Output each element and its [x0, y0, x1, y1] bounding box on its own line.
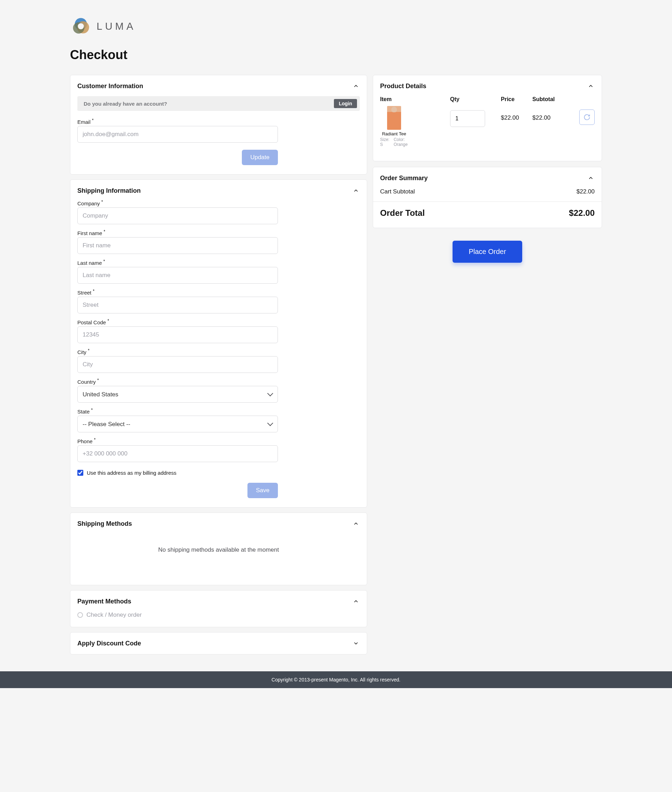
country-label: Country * [77, 378, 278, 385]
cart-subtotal-label: Cart Subtotal [380, 188, 415, 195]
item-price: $22.00 [501, 106, 532, 121]
product-color: Color: Orange [394, 137, 408, 147]
order-total-label: Order Total [380, 208, 425, 218]
chevron-up-icon[interactable] [352, 520, 360, 527]
chevron-up-icon[interactable] [587, 174, 595, 182]
product-size: Size: S [380, 137, 390, 147]
col-qty: Qty [450, 96, 501, 102]
discount-panel: Apply Discount Code [70, 632, 367, 655]
divider [373, 201, 602, 202]
product-details-title: Product Details [380, 83, 426, 90]
first-name-label: First name * [77, 229, 278, 236]
order-total-value: $22.00 [569, 208, 595, 218]
col-item: Item [380, 96, 450, 102]
col-price: Price [501, 96, 532, 102]
payment-methods-title: Payment Methods [77, 598, 131, 605]
country-select[interactable]: United States [77, 386, 278, 402]
customer-info-panel: Customer Information Do you already have… [70, 75, 367, 174]
state-label: State * [77, 407, 278, 415]
payment-methods-panel: Payment Methods Check / Money order [70, 590, 367, 627]
company-input[interactable] [77, 208, 278, 224]
order-summary-title: Order Summary [380, 174, 428, 182]
qty-input[interactable] [450, 110, 485, 127]
state-select[interactable]: -- Please Select -- [77, 415, 278, 433]
site-header: LUMA [70, 7, 602, 48]
shipping-info-title: Shipping Information [77, 187, 141, 195]
street-input[interactable] [77, 297, 278, 313]
cart-subtotal-value: $22.00 [576, 188, 595, 195]
company-label: Company * [77, 200, 278, 206]
footer-copyright: Copyright © 2013-present Magento, Inc. A… [0, 671, 672, 688]
brand-name: LUMA [97, 21, 136, 32]
city-label: City * [77, 348, 278, 355]
no-shipping-message: No shipping methods available at the mom… [77, 527, 360, 578]
order-summary-panel: Order Summary Cart Subtotal $22.00 Order… [373, 167, 602, 228]
postal-input[interactable] [77, 326, 278, 343]
item-subtotal: $22.00 [532, 106, 564, 121]
payment-radio-icon[interactable] [77, 612, 83, 618]
refresh-button[interactable] [579, 110, 595, 125]
first-name-input[interactable] [77, 237, 278, 254]
billing-same-label: Use this address as my billing address [87, 470, 176, 476]
chevron-up-icon[interactable] [352, 597, 360, 605]
postal-label: Postal Code * [77, 318, 278, 325]
product-image [387, 106, 401, 130]
email-input[interactable] [77, 126, 278, 143]
shipping-methods-title: Shipping Methods [77, 520, 132, 527]
city-input[interactable] [77, 356, 278, 373]
payment-option-check[interactable]: Check / Money order [86, 612, 142, 618]
svg-point-3 [78, 23, 84, 29]
shipping-info-panel: Shipping Information Company * First nam… [70, 179, 367, 508]
product-name: Radiant Tee [382, 131, 406, 136]
customer-info-title: Customer Information [77, 83, 143, 90]
billing-same-checkbox[interactable] [77, 470, 83, 476]
login-prompt-text: Do you already have an account? [84, 101, 167, 107]
street-label: Street * [77, 289, 278, 295]
phone-label: Phone * [77, 437, 278, 444]
luma-logo-icon [70, 15, 92, 37]
place-order-button[interactable]: Place Order [453, 241, 522, 263]
last-name-label: Last name * [77, 259, 278, 266]
login-prompt-bar: Do you already have an account? Login [77, 96, 360, 111]
chevron-up-icon[interactable] [587, 82, 595, 90]
update-button[interactable]: Update [242, 150, 278, 165]
last-name-input[interactable] [77, 267, 278, 284]
product-details-panel: Product Details Item Qty Price Subtotal … [373, 75, 602, 161]
chevron-up-icon[interactable] [352, 187, 360, 195]
col-subtotal: Subtotal [532, 96, 564, 102]
phone-input[interactable] [77, 446, 278, 462]
chevron-down-icon[interactable] [352, 639, 360, 647]
login-button[interactable]: Login [334, 99, 357, 108]
refresh-icon [584, 114, 590, 121]
page-title: Checkout [70, 48, 602, 62]
save-button[interactable]: Save [248, 483, 278, 498]
email-label: Email * [77, 118, 278, 125]
shipping-methods-panel: Shipping Methods No shipping methods ava… [70, 513, 367, 585]
discount-title: Apply Discount Code [77, 640, 141, 647]
chevron-up-icon[interactable] [352, 82, 360, 90]
product-row: Radiant Tee Size: S Color: Orange $22.00… [380, 106, 595, 147]
